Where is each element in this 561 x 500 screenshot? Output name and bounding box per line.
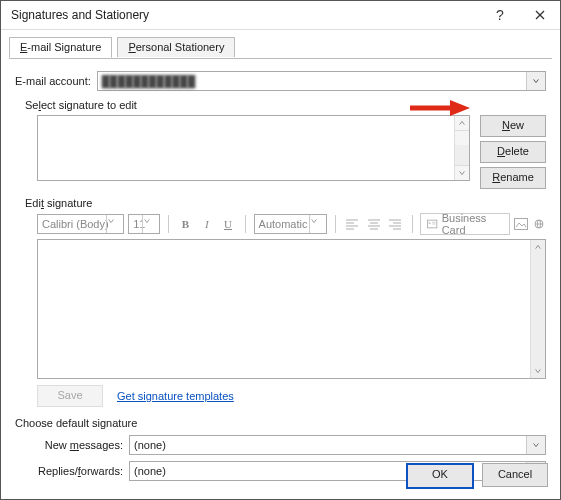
chevron-button[interactable] bbox=[526, 436, 545, 454]
align-left-button[interactable] bbox=[344, 214, 361, 234]
font-color-value: Automatic bbox=[259, 218, 308, 230]
chevron-down-icon bbox=[458, 169, 466, 177]
new-messages-label: New messages: bbox=[15, 439, 129, 451]
email-account-chevron[interactable] bbox=[526, 72, 545, 90]
signature-editor[interactable] bbox=[37, 239, 546, 379]
email-account-row: E-mail account: ████████████ bbox=[15, 71, 546, 91]
ok-button[interactable]: OK bbox=[406, 463, 474, 489]
delete-button[interactable]: Delete bbox=[480, 141, 546, 163]
help-button[interactable]: ? bbox=[480, 1, 520, 29]
edit-signature-label: Edit signature bbox=[25, 197, 546, 209]
chevron-down-icon bbox=[107, 217, 115, 225]
chevron-up-icon bbox=[534, 243, 542, 251]
font-color-combo[interactable]: Automatic bbox=[254, 214, 327, 234]
font-combo[interactable]: Calibri (Body) bbox=[37, 214, 124, 234]
formatting-toolbar: Calibri (Body) 11 B I U Automatic bbox=[37, 213, 546, 235]
save-row: Save Get signature templates bbox=[37, 385, 546, 407]
email-account-value: ████████████ bbox=[102, 75, 196, 87]
insert-hyperlink-button[interactable] bbox=[532, 216, 546, 232]
signature-listbox[interactable] bbox=[37, 115, 470, 181]
font-value: Calibri (Body) bbox=[42, 218, 109, 230]
picture-icon bbox=[514, 218, 528, 230]
bold-button[interactable]: B bbox=[177, 214, 194, 234]
chevron-up-icon bbox=[458, 119, 466, 127]
get-templates-link[interactable]: Get signature templates bbox=[117, 390, 234, 402]
chevron-down-icon bbox=[532, 77, 540, 85]
editor-scrollbar[interactable] bbox=[530, 240, 545, 378]
tab-email-signature[interactable]: E-mail Signature bbox=[9, 37, 112, 58]
tab-panel: E-mail account: ████████████ Select sign… bbox=[1, 59, 560, 485]
business-card-label: Business Card bbox=[442, 212, 503, 236]
listbox-scrollbar[interactable] bbox=[454, 116, 469, 180]
scroll-up-button[interactable] bbox=[455, 116, 469, 131]
align-right-button[interactable] bbox=[386, 214, 403, 234]
insert-picture-button[interactable] bbox=[514, 216, 528, 232]
chevron-down-icon bbox=[534, 367, 542, 375]
svg-point-15 bbox=[429, 222, 431, 224]
business-card-button[interactable]: Business Card bbox=[420, 213, 510, 235]
email-account-label: E-mail account: bbox=[15, 75, 91, 87]
dialog-window: Signatures and Stationery ? E-mail Signa… bbox=[0, 0, 561, 500]
align-center-icon bbox=[367, 218, 381, 230]
align-right-icon bbox=[388, 218, 402, 230]
tab-row: E-mail Signature Personal Stationery bbox=[9, 36, 552, 59]
align-left-icon bbox=[345, 218, 359, 230]
replies-forwards-value: (none) bbox=[134, 465, 166, 477]
replies-forwards-label: Replies/forwards: bbox=[15, 465, 129, 477]
new-messages-value: (none) bbox=[134, 439, 166, 451]
select-signature-label: Select signature to edit bbox=[25, 99, 546, 111]
svg-rect-18 bbox=[514, 219, 527, 230]
chevron-down-icon bbox=[310, 217, 318, 225]
save-button[interactable]: Save bbox=[37, 385, 103, 407]
tab-personal-stationery[interactable]: Personal Stationery bbox=[117, 37, 235, 57]
rename-button[interactable]: Rename bbox=[480, 167, 546, 189]
choose-default-label: Choose default signature bbox=[15, 417, 546, 429]
titlebar: Signatures and Stationery ? bbox=[1, 1, 560, 30]
chevron-down-icon bbox=[143, 217, 151, 225]
close-icon bbox=[535, 10, 545, 20]
window-title: Signatures and Stationery bbox=[11, 8, 480, 22]
dialog-footer: OK Cancel bbox=[406, 463, 548, 489]
email-account-combo[interactable]: ████████████ bbox=[97, 71, 546, 91]
close-button[interactable] bbox=[520, 1, 560, 29]
font-size-combo[interactable]: 11 bbox=[128, 214, 160, 234]
scroll-down-button[interactable] bbox=[455, 165, 469, 180]
scroll-up-button[interactable] bbox=[531, 240, 545, 254]
scroll-down-button[interactable] bbox=[531, 364, 545, 378]
signature-side-buttons: New Delete Rename bbox=[480, 115, 546, 189]
link-icon bbox=[532, 218, 546, 230]
chevron-down-icon bbox=[532, 441, 540, 449]
align-center-button[interactable] bbox=[365, 214, 382, 234]
cancel-button[interactable]: Cancel bbox=[482, 463, 548, 487]
new-button[interactable]: New bbox=[480, 115, 546, 137]
new-messages-combo[interactable]: (none) bbox=[129, 435, 546, 455]
business-card-icon bbox=[427, 219, 437, 229]
underline-button[interactable]: U bbox=[219, 214, 236, 234]
italic-button[interactable]: I bbox=[198, 214, 215, 234]
